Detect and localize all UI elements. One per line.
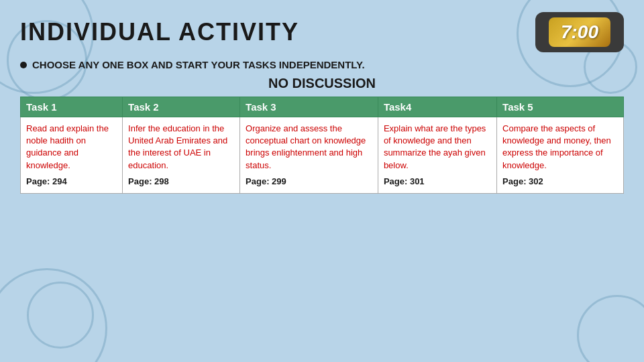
task3-page: Page: 299 <box>246 176 372 188</box>
col-header-task4: Task4 <box>378 97 496 117</box>
task4-text: Explain what are the types of knowledge … <box>384 123 486 170</box>
task5-page: Page: 302 <box>502 176 618 188</box>
bullet-icon <box>20 62 27 68</box>
task4-page: Page: 301 <box>384 176 491 188</box>
col-header-task1: Task 1 <box>21 97 123 117</box>
page-title: INDIVIDUAL ACTIVITY <box>20 18 535 46</box>
task3-cell: Organize and assess the conceptual chart… <box>240 117 378 194</box>
bg-circle-3 <box>0 268 107 362</box>
task2-cell: Infer the education in the United Arab E… <box>123 117 240 194</box>
col-header-task2: Task 2 <box>123 97 240 117</box>
col-header-task3: Task 3 <box>240 97 378 117</box>
no-discussion-label: NO DISCUSSION <box>20 76 624 91</box>
task1-cell: Read and explain the noble hadith on gui… <box>21 117 123 194</box>
task4-cell: Explain what are the types of knowledge … <box>378 117 496 194</box>
bg-circle-6 <box>577 295 644 362</box>
task2-text: Infer the education in the United Arab E… <box>128 123 227 170</box>
task1-page: Page: 294 <box>26 176 117 188</box>
table-row: Read and explain the noble hadith on gui… <box>21 117 624 194</box>
task3-text: Organize and assess the conceptual chart… <box>246 123 366 170</box>
task1-text: Read and explain the noble hadith on gui… <box>26 123 109 170</box>
col-header-task5: Task 5 <box>497 97 624 117</box>
bg-circle-4 <box>27 282 94 349</box>
task5-cell: Compare the aspects of knowledge and mon… <box>497 117 624 194</box>
instruction-text: CHOOSE ANY ONE BOX AND START YOUR TASKS … <box>32 59 365 70</box>
tasks-table: Task 1 Task 2 Task 3 Task4 Task 5 Read a… <box>20 97 624 194</box>
instruction-line: CHOOSE ANY ONE BOX AND START YOUR TASKS … <box>20 59 624 70</box>
timer-text: 7:00 <box>561 21 598 42</box>
task5-text: Compare the aspects of knowledge and mon… <box>502 123 611 170</box>
task2-page: Page: 298 <box>128 176 234 188</box>
timer-badge: 7:00 <box>535 12 624 52</box>
